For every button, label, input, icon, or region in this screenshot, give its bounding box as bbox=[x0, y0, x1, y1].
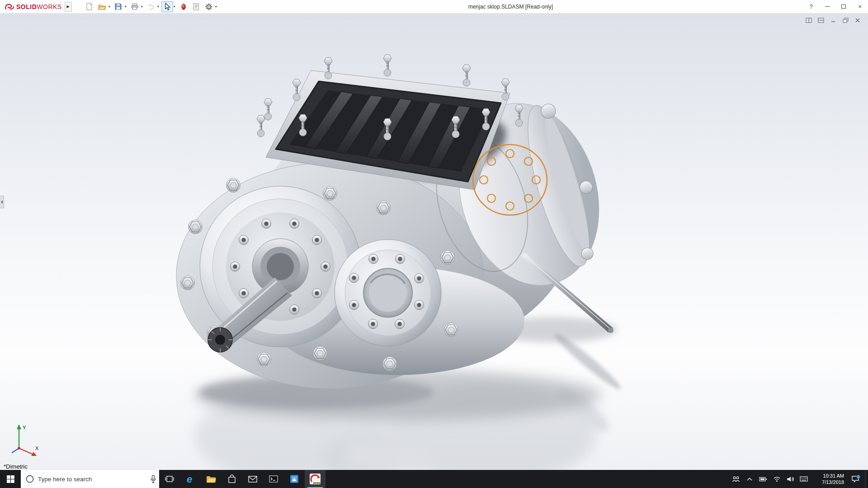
open-button[interactable] bbox=[96, 1, 108, 12]
search-input[interactable] bbox=[38, 476, 146, 483]
battery-button[interactable] bbox=[756, 470, 770, 488]
x-axis-label: X bbox=[35, 446, 39, 451]
maximize-button[interactable] bbox=[835, 0, 852, 13]
solidworks-logo: SOLIDWORKS bbox=[0, 3, 65, 11]
undo-button[interactable] bbox=[145, 1, 157, 12]
graphics-area[interactable]: Y X *Dimetric bbox=[0, 14, 868, 470]
edit-appearance-icon bbox=[180, 3, 187, 10]
microphone-icon[interactable] bbox=[150, 475, 156, 483]
photos-icon bbox=[290, 474, 299, 483]
print-button[interactable] bbox=[129, 1, 141, 12]
battery-icon bbox=[759, 476, 767, 482]
mail-button[interactable] bbox=[242, 470, 263, 488]
reference-triad: Y X bbox=[6, 422, 44, 460]
help-button[interactable]: ? bbox=[803, 0, 819, 13]
options-gear-icon bbox=[205, 3, 212, 10]
menu-flyout-button[interactable]: ▶ bbox=[65, 2, 72, 12]
file-properties-button[interactable] bbox=[190, 1, 202, 12]
clock-time: 10:31 AM bbox=[823, 473, 844, 479]
print-icon bbox=[131, 3, 138, 10]
maximize-icon bbox=[841, 5, 846, 9]
photos-button[interactable] bbox=[284, 470, 305, 488]
tray-overflow-button[interactable] bbox=[743, 470, 756, 488]
split-pane-horizontal-icon bbox=[806, 18, 812, 23]
options-dropdown-arrow[interactable]: ▾ bbox=[215, 5, 217, 9]
split-pane-horizontal-button[interactable] bbox=[805, 16, 813, 24]
document-close-icon bbox=[855, 18, 860, 23]
print-dropdown-arrow[interactable]: ▾ bbox=[141, 5, 143, 9]
select-button[interactable] bbox=[161, 1, 173, 12]
taskbar-search[interactable] bbox=[21, 470, 159, 488]
open-icon bbox=[98, 4, 106, 10]
save-dropdown-arrow[interactable]: ▾ bbox=[125, 5, 127, 9]
close-button[interactable]: × bbox=[852, 0, 868, 13]
terminal-button[interactable] bbox=[263, 470, 284, 488]
windows-taskbar: e 2017 bbox=[0, 470, 868, 488]
gearbox-model[interactable] bbox=[0, 14, 868, 470]
windows-logo-icon bbox=[7, 475, 14, 483]
new-document-button[interactable] bbox=[84, 1, 95, 12]
taskbar-empty-space bbox=[326, 470, 729, 488]
document-minimize-icon bbox=[830, 18, 836, 23]
edge-icon: e bbox=[185, 474, 196, 484]
view-orientation-label: *Dimetric bbox=[4, 463, 28, 470]
undo-icon bbox=[147, 4, 155, 10]
mail-icon bbox=[248, 476, 257, 483]
solidworks-version-badge: 2017 bbox=[313, 482, 321, 485]
store-icon bbox=[228, 474, 236, 483]
clock-date: 7/13/2018 bbox=[822, 479, 844, 485]
edge-button[interactable]: e bbox=[180, 470, 201, 488]
touch-keyboard-button[interactable] bbox=[797, 470, 811, 488]
standard-toolbar: ▾ ▾ ▾ ▾ ▾ ▾ bbox=[84, 1, 218, 12]
volume-icon bbox=[787, 476, 794, 483]
featuremanager-splitter[interactable] bbox=[0, 196, 4, 208]
second-flange[interactable] bbox=[335, 239, 441, 346]
document-window-controls bbox=[805, 16, 862, 24]
y-axis-label: Y bbox=[23, 425, 26, 430]
file-properties-icon bbox=[193, 3, 199, 10]
people-icon bbox=[732, 476, 740, 483]
network-button[interactable] bbox=[770, 470, 783, 488]
action-center-icon: 2 bbox=[851, 475, 860, 483]
save-button[interactable] bbox=[113, 1, 124, 12]
split-pane-vertical-icon bbox=[818, 18, 824, 23]
solidworks-taskbar-button[interactable]: 2017 bbox=[305, 470, 326, 488]
flyout-arrow-icon: ▶ bbox=[67, 5, 70, 9]
network-wifi-icon bbox=[773, 476, 781, 482]
document-restore-button[interactable] bbox=[841, 16, 849, 24]
task-view-button[interactable] bbox=[159, 470, 180, 488]
select-dropdown-arrow[interactable]: ▾ bbox=[174, 5, 175, 9]
taskbar-clock[interactable]: 10:31 AM 7/13/2018 bbox=[811, 470, 847, 488]
show-desktop-button[interactable] bbox=[865, 470, 868, 488]
options-button[interactable] bbox=[203, 1, 215, 12]
cortana-icon bbox=[25, 474, 34, 483]
document-close-button[interactable] bbox=[854, 16, 862, 24]
ds-logo-icon bbox=[5, 3, 14, 10]
titlebar: SOLIDWORKS ▶ ▾ ▾ ▾ ▾ ▾ bbox=[0, 0, 868, 14]
document-title: menjac sklop.SLDASM [Read-only] bbox=[218, 4, 803, 10]
minimize-icon bbox=[825, 6, 830, 7]
task-view-icon bbox=[165, 475, 174, 483]
volume-button[interactable] bbox=[783, 470, 797, 488]
split-pane-vertical-button[interactable] bbox=[817, 16, 825, 24]
action-center-badge: 2 bbox=[858, 475, 859, 479]
touch-keyboard-icon bbox=[800, 476, 808, 482]
brand-works-text: WORKS bbox=[37, 3, 61, 10]
file-explorer-icon bbox=[206, 475, 216, 483]
chevron-up-icon bbox=[746, 477, 753, 481]
new-document-icon bbox=[86, 3, 93, 10]
document-minimize-button[interactable] bbox=[829, 16, 837, 24]
window-controls: ? × bbox=[803, 0, 868, 13]
action-center-button[interactable]: 2 bbox=[847, 470, 865, 488]
help-icon: ? bbox=[809, 3, 812, 10]
file-explorer-button[interactable] bbox=[201, 470, 222, 488]
open-dropdown-arrow[interactable]: ▾ bbox=[108, 5, 110, 9]
store-button[interactable] bbox=[222, 470, 242, 488]
minimize-button[interactable] bbox=[819, 0, 835, 13]
undo-dropdown-arrow[interactable]: ▾ bbox=[157, 5, 159, 9]
people-button[interactable] bbox=[729, 470, 743, 488]
edit-appearance-button[interactable] bbox=[178, 1, 189, 12]
save-icon bbox=[115, 3, 122, 10]
terminal-icon bbox=[269, 475, 278, 483]
start-button[interactable] bbox=[0, 470, 21, 488]
